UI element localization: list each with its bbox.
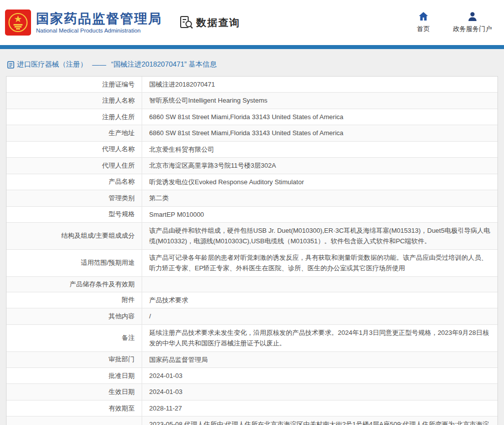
row-label: 代理人名称 (7, 142, 142, 157)
row-label: 变更情况 (7, 416, 142, 425)
row-value: 该产品由硬件和软件组成，硬件包括USB Jr. Duet(M010300),ER… (142, 223, 497, 249)
table-row: 备注延续注册产品技术要求未发生变化，沿用原核发的产品技术要求。2024年1月3日… (7, 325, 497, 352)
document-icon (7, 61, 15, 69)
row-value: 第二类 (142, 190, 497, 206)
data-query-label: 数据查询 (196, 16, 240, 30)
row-value: 延续注册产品技术要求未发生变化，沿用原核发的产品技术要求。2024年1月3日同意… (142, 325, 497, 351)
data-query-icon (179, 16, 193, 30)
breadcrumb: 进口医疗器械（注册） —— “国械注进20182070471” 基本信息 (0, 49, 504, 76)
row-label: 附件 (7, 292, 142, 308)
table-row: 变更情况2023-05-08 代理人住所由:代理人住所在北京市海淀区中关村南大街… (7, 416, 497, 425)
header-divider-bar (0, 45, 504, 49)
row-label: 注册证编号 (7, 77, 142, 92)
user-icon (467, 12, 477, 22)
home-icon (418, 12, 428, 22)
row-label: 结构及组成/主要组成成分 (7, 223, 142, 249)
nav-portal-label: 政务服务门户 (453, 25, 492, 34)
row-value: 2028-11-27 (142, 400, 497, 416)
row-label: 注册人名称 (7, 93, 142, 108)
org-names: 国家药品监督管理局 National Medical Products Admi… (36, 12, 162, 34)
row-value: 2024-01-03 (142, 384, 497, 399)
table-row: 审批部门国家药品监督管理局 (7, 352, 497, 368)
nav-home-label: 首页 (417, 25, 430, 34)
header: 国家药品监督管理局 National Medical Products Admi… (0, 0, 504, 45)
row-label: 注册人住所 (7, 109, 142, 125)
row-value (142, 277, 497, 292)
row-value: 该产品可记录各年龄层的患者对听觉刺激的诱发反应，具有获取和测量听觉数据的功能。该… (142, 250, 497, 276)
table-row: 批准日期2024-01-03 (7, 368, 497, 384)
national-emblem-logo (5, 10, 31, 36)
row-label: 代理人住所 (7, 158, 142, 173)
nav-portal[interactable]: 政务服务门户 (453, 12, 492, 34)
nav-home[interactable]: 首页 (417, 12, 430, 34)
table-row: 注册人住所6860 SW 81st Street Miami,Florida 3… (7, 109, 497, 125)
table-row: 有效期至2028-11-27 (7, 400, 497, 416)
row-value: 6860 SW 81st Street Miami,Florida 33143 … (142, 125, 497, 141)
row-label: 备注 (7, 325, 142, 351)
table-row: 产品名称听觉诱发电位仪Evoked Response Auditory Stim… (7, 174, 497, 190)
logo-group[interactable]: 国家药品监督管理局 National Medical Products Admi… (5, 10, 162, 36)
row-label: 有效期至 (7, 400, 142, 416)
row-value: SmartEP M010000 (142, 207, 497, 222)
page-title: “国械注进20182070471” 基本信息 (111, 60, 217, 69)
row-value: 产品技术要求 (142, 292, 497, 308)
info-table: 注册证编号国械注进20182070471注册人名称智听系统公司Intellige… (6, 76, 498, 425)
row-value: 国械注进20182070471 (142, 77, 497, 92)
row-value: 北京爱生科贸有限公司 (142, 142, 497, 157)
table-row: 结构及组成/主要组成成分该产品由硬件和软件组成，硬件包括USB Jr. Duet… (7, 223, 497, 250)
row-label: 产品名称 (7, 174, 142, 190)
table-row: 管理类别第二类 (7, 190, 497, 206)
table-row: 生产地址6860 SW 81st Street Miami,Florida 33… (7, 125, 497, 141)
org-name-en: National Medical Products Administration (36, 28, 162, 34)
row-value: / (142, 308, 497, 324)
table-row: 代理人名称北京爱生科贸有限公司 (7, 142, 497, 158)
table-row: 注册人名称智听系统公司Intelligent Hearing Systems (7, 93, 497, 109)
breadcrumb-category[interactable]: 进口医疗器械（注册） (17, 60, 87, 69)
table-row: 注册证编号国械注进20182070471 (7, 77, 497, 93)
row-value: 听觉诱发电位仪Evoked Response Auditory Stimulat… (142, 174, 497, 190)
row-value: 2023-05-08 代理人住所由:代理人住所在北京市海淀区中关村南大街2号1号… (142, 416, 497, 425)
row-label: 管理类别 (7, 190, 142, 206)
row-label: 产品储存条件及有效期 (7, 277, 142, 292)
top-nav: 首页 政务服务门户 (417, 12, 492, 34)
row-label: 批准日期 (7, 368, 142, 383)
table-row: 其他内容/ (7, 308, 497, 324)
row-label: 生效日期 (7, 384, 142, 399)
row-label: 其他内容 (7, 308, 142, 324)
row-label: 型号规格 (7, 207, 142, 222)
breadcrumb-separator: —— (92, 61, 106, 69)
row-value: 北京市海淀区高里掌路3号院11号楼3层302A (142, 158, 497, 173)
org-name-zh: 国家药品监督管理局 (36, 12, 162, 26)
table-row: 附件产品技术要求 (7, 292, 497, 308)
row-value: 6860 SW 81st Street Miami,Florida 33143 … (142, 109, 497, 125)
row-value: 国家药品监督管理局 (142, 352, 497, 367)
row-label: 适用范围/预期用途 (7, 250, 142, 276)
table-row: 产品储存条件及有效期 (7, 277, 497, 292)
row-label: 审批部门 (7, 352, 142, 367)
row-value: 智听系统公司Intelligent Hearing Systems (142, 93, 497, 108)
row-value: 2024-01-03 (142, 368, 497, 383)
table-row: 生效日期2024-01-03 (7, 384, 497, 400)
row-label: 生产地址 (7, 125, 142, 141)
table-row: 代理人住所北京市海淀区高里掌路3号院11号楼3层302A (7, 158, 497, 174)
data-query-link[interactable]: 数据查询 (179, 16, 240, 30)
table-row: 适用范围/预期用途该产品可记录各年龄层的患者对听觉刺激的诱发反应，具有获取和测量… (7, 250, 497, 277)
table-row: 型号规格SmartEP M010000 (7, 207, 497, 223)
